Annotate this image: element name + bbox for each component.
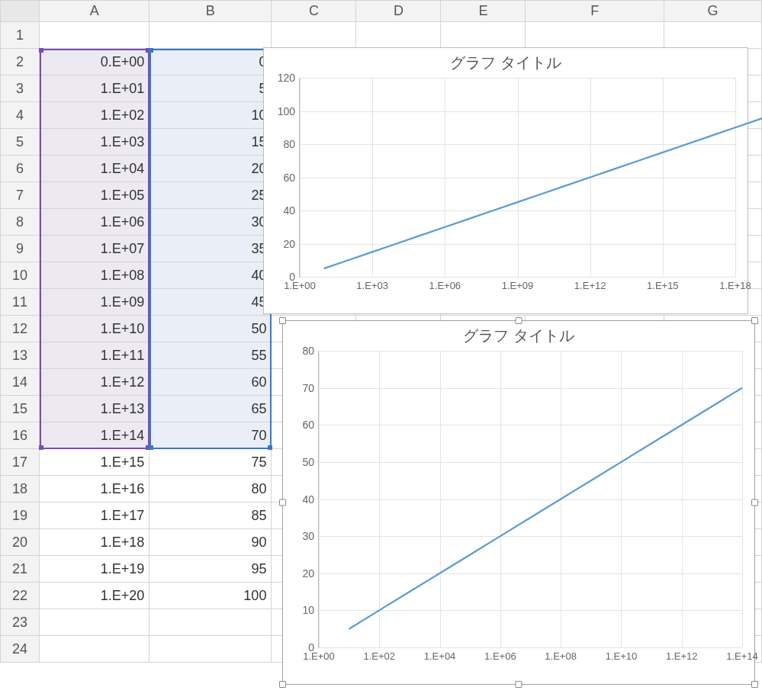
row-header-2[interactable]: 2 — [1, 49, 40, 75]
row-header-12[interactable]: 12 — [1, 316, 40, 342]
cell-B15[interactable]: 65 — [150, 396, 272, 422]
cell-A6[interactable]: 1.E+04 — [40, 156, 150, 182]
row-header-4[interactable]: 4 — [1, 102, 40, 129]
cell-B16[interactable]: 70 — [150, 422, 272, 449]
row-header-5[interactable]: 5 — [1, 129, 40, 156]
row-header-14[interactable]: 14 — [1, 369, 40, 396]
cell-A7[interactable]: 1.E+05 — [40, 182, 150, 209]
cell-B17[interactable]: 75 — [150, 449, 272, 476]
row-header-24[interactable]: 24 — [1, 636, 40, 663]
chart-line — [300, 78, 735, 277]
chart-1[interactable]: グラフ タイトル 0204060801001201.E+001.E+031.E+… — [263, 47, 748, 314]
row-header-15[interactable]: 15 — [1, 396, 40, 422]
cell-B6[interactable]: 20 — [150, 156, 272, 182]
cell-B5[interactable]: 15 — [150, 129, 272, 156]
cell-C1[interactable] — [272, 22, 356, 49]
cell-A12[interactable]: 1.E+10 — [40, 316, 150, 342]
cell-A13[interactable]: 1.E+11 — [40, 342, 150, 369]
row-header-1[interactable]: 1 — [1, 22, 40, 49]
resize-handle-icon[interactable] — [279, 317, 286, 324]
row-header-20[interactable]: 20 — [1, 529, 40, 556]
cell-A21[interactable]: 1.E+19 — [40, 556, 150, 583]
resize-handle-icon[interactable] — [516, 317, 522, 324]
resize-handle-icon[interactable] — [516, 681, 522, 688]
cell-A5[interactable]: 1.E+03 — [40, 129, 150, 156]
row-header-22[interactable]: 22 — [1, 583, 40, 609]
x-tick-label: 1.E+06 — [484, 647, 516, 662]
cell-A10[interactable]: 1.E+08 — [40, 262, 150, 289]
row-header-11[interactable]: 11 — [1, 289, 40, 316]
cell-B2[interactable]: 0 — [150, 49, 272, 75]
cell-A14[interactable]: 1.E+12 — [40, 369, 150, 396]
row-header-16[interactable]: 16 — [1, 422, 40, 449]
cell-D1[interactable] — [356, 22, 441, 49]
y-tick-label: 120 — [278, 72, 300, 84]
cell-E1[interactable] — [441, 22, 526, 49]
cell-B8[interactable]: 30 — [150, 209, 272, 236]
cell-B11[interactable]: 45 — [150, 289, 272, 316]
cell-A19[interactable]: 1.E+17 — [40, 503, 150, 529]
cell-A24[interactable] — [40, 636, 150, 663]
resize-handle-icon[interactable] — [751, 317, 758, 324]
cell-B4[interactable]: 10 — [150, 102, 272, 129]
resize-handle-icon[interactable] — [751, 499, 758, 506]
cell-B23[interactable] — [150, 609, 272, 636]
cell-A22[interactable]: 1.E+20 — [40, 583, 150, 609]
select-all-corner[interactable] — [1, 1, 40, 22]
row-header-23[interactable]: 23 — [1, 609, 40, 636]
chart-1-plot-area[interactable]: 0204060801001201.E+001.E+031.E+061.E+091… — [299, 78, 735, 278]
cell-B10[interactable]: 40 — [150, 262, 272, 289]
cell-B19[interactable]: 85 — [150, 503, 272, 529]
cell-A15[interactable]: 1.E+13 — [40, 396, 150, 422]
cell-B3[interactable]: 5 — [150, 75, 272, 102]
col-header-C[interactable]: C — [272, 1, 356, 22]
cell-B7[interactable]: 25 — [150, 182, 272, 209]
resize-handle-icon[interactable] — [279, 681, 286, 688]
resize-handle-icon[interactable] — [751, 681, 758, 688]
row-header-21[interactable]: 21 — [1, 556, 40, 583]
row-header-13[interactable]: 13 — [1, 342, 40, 369]
chart-2-plot-area[interactable]: 010203040506070801.E+001.E+021.E+041.E+0… — [318, 351, 742, 648]
row-header-18[interactable]: 18 — [1, 476, 40, 503]
resize-handle-icon[interactable] — [279, 499, 286, 506]
cell-G1[interactable] — [664, 22, 761, 49]
cell-A8[interactable]: 1.E+06 — [40, 209, 150, 236]
cell-A11[interactable]: 1.E+09 — [40, 289, 150, 316]
row-header-17[interactable]: 17 — [1, 449, 40, 476]
cell-A9[interactable]: 1.E+07 — [40, 236, 150, 262]
row-header-6[interactable]: 6 — [1, 156, 40, 182]
cell-A23[interactable] — [40, 609, 150, 636]
cell-A18[interactable]: 1.E+16 — [40, 476, 150, 503]
cell-B14[interactable]: 60 — [150, 369, 272, 396]
row-header-10[interactable]: 10 — [1, 262, 40, 289]
cell-B12[interactable]: 50 — [150, 316, 272, 342]
cell-A16[interactable]: 1.E+14 — [40, 422, 150, 449]
col-header-F[interactable]: F — [526, 1, 664, 22]
chart-2[interactable]: グラフ タイトル 010203040506070801.E+001.E+021.… — [282, 320, 755, 685]
col-header-B[interactable]: B — [150, 1, 272, 22]
col-header-E[interactable]: E — [441, 1, 526, 22]
cell-B13[interactable]: 55 — [150, 342, 272, 369]
cell-A2[interactable]: 0.E+00 — [40, 49, 150, 75]
row-header-3[interactable]: 3 — [1, 75, 40, 102]
cell-B21[interactable]: 95 — [150, 556, 272, 583]
col-header-D[interactable]: D — [356, 1, 441, 22]
col-header-A[interactable]: A — [40, 1, 150, 22]
cell-A3[interactable]: 1.E+01 — [40, 75, 150, 102]
cell-B1[interactable] — [150, 22, 272, 49]
row-header-8[interactable]: 8 — [1, 209, 40, 236]
row-header-19[interactable]: 19 — [1, 503, 40, 529]
cell-B22[interactable]: 100 — [150, 583, 272, 609]
cell-A4[interactable]: 1.E+02 — [40, 102, 150, 129]
row-header-7[interactable]: 7 — [1, 182, 40, 209]
col-header-G[interactable]: G — [664, 1, 761, 22]
cell-B20[interactable]: 90 — [150, 529, 272, 556]
row-header-9[interactable]: 9 — [1, 236, 40, 262]
cell-B18[interactable]: 80 — [150, 476, 272, 503]
cell-A20[interactable]: 1.E+18 — [40, 529, 150, 556]
cell-B24[interactable] — [150, 636, 272, 663]
cell-A17[interactable]: 1.E+15 — [40, 449, 150, 476]
cell-F1[interactable] — [526, 22, 664, 49]
cell-B9[interactable]: 35 — [150, 236, 272, 262]
cell-A1[interactable] — [40, 22, 150, 49]
